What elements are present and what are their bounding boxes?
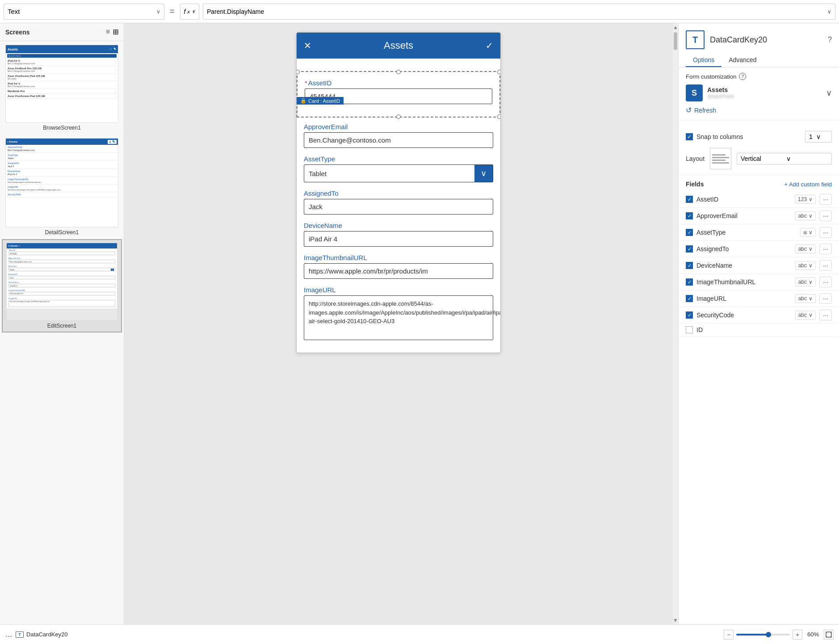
assettype-value: Tablet bbox=[304, 166, 474, 181]
handle-tr bbox=[497, 70, 501, 74]
tab-advanced[interactable]: Advanced bbox=[722, 53, 763, 67]
refresh-row[interactable]: ↺ Refresh bbox=[686, 106, 832, 114]
formula-bar[interactable]: ∨ bbox=[203, 4, 835, 20]
formula-chevron[interactable]: ∨ bbox=[827, 8, 831, 15]
browse-screen-label: BrowseScreen1 bbox=[5, 125, 118, 131]
zoom-slider[interactable] bbox=[736, 634, 790, 636]
canvas-scrollbar[interactable]: ▲ ▼ bbox=[673, 23, 678, 624]
snap-layout-section: ✓ Snap to columns 1 ∨ Layout Vertical bbox=[679, 120, 839, 175]
property-chevron[interactable]: ∨ bbox=[156, 8, 160, 15]
grid-view-icon[interactable]: ⊞ bbox=[113, 28, 118, 36]
field-row-imagethumbnailurl: ✓ ImageThumbnailURL abc ∨ ··· bbox=[679, 274, 839, 290]
devicename-checkbox[interactable]: ✓ bbox=[686, 262, 693, 269]
zoom-controls: − + 60% bbox=[724, 630, 834, 640]
assignedto-checkbox[interactable]: ✓ bbox=[686, 245, 693, 253]
securitycode-type-label: abc bbox=[798, 312, 807, 318]
imageurl-checkbox[interactable]: ✓ bbox=[686, 295, 693, 302]
layout-dropdown[interactable]: Vertical ∨ bbox=[737, 153, 832, 164]
checkbox-check-icon: ✓ bbox=[688, 213, 692, 219]
lock-icon: 🔒 bbox=[300, 98, 306, 104]
dropdown-chevron-icon[interactable]: ∨ bbox=[474, 165, 493, 182]
securitycode-more-button[interactable]: ··· bbox=[819, 310, 832, 320]
approveremail-more-button[interactable]: ··· bbox=[819, 210, 832, 221]
assettype-type-dropdown[interactable]: ⊞ ∨ bbox=[800, 228, 816, 237]
assignedto-type-chevron: ∨ bbox=[809, 246, 813, 252]
assetid-checkbox[interactable]: ✓ bbox=[686, 196, 693, 203]
card-label-text: Card : AssetID bbox=[308, 98, 340, 104]
imageurl-textarea[interactable]: http://store.storeimages.cdn-apple.com/8… bbox=[304, 295, 493, 340]
fields-title: Fields bbox=[686, 181, 784, 188]
assettype-label: AssetType bbox=[304, 155, 493, 163]
refresh-icon: ↺ bbox=[686, 106, 692, 114]
assignedto-type-dropdown[interactable]: abc ∨ bbox=[795, 244, 816, 253]
formula-input[interactable] bbox=[207, 8, 827, 15]
imagethumbnail-input[interactable]: https://www.apple.com/br/pr/products/im bbox=[304, 263, 493, 279]
imageurl-more-button[interactable]: ··· bbox=[819, 293, 832, 304]
close-button[interactable]: ✕ bbox=[304, 40, 311, 51]
datasource-chevron-icon[interactable]: ∨ bbox=[826, 88, 832, 98]
top-toolbar: Text ∨ = fx ∨ ∨ bbox=[0, 0, 839, 23]
assettype-type-icon: ⊞ bbox=[803, 230, 807, 235]
id-checkbox[interactable]: ✓ bbox=[686, 326, 693, 333]
devicename-input[interactable]: iPad Air 4 bbox=[304, 231, 493, 247]
zoom-plus-button[interactable]: + bbox=[793, 630, 802, 640]
assetid-type-dropdown[interactable]: 123 ∨ bbox=[795, 195, 816, 204]
thumb1-header: Assets ○ ✎ bbox=[6, 45, 118, 53]
form-help-icon[interactable]: ? bbox=[739, 73, 746, 80]
assetid-label: AssetID bbox=[305, 79, 492, 87]
assettype-more-button[interactable]: ··· bbox=[819, 227, 832, 238]
fx-label: f bbox=[184, 8, 186, 15]
assetid-type-label: 123 bbox=[798, 196, 807, 202]
approveremail-checkbox[interactable]: ✓ bbox=[686, 212, 693, 219]
devicename-type-dropdown[interactable]: abc ∨ bbox=[795, 261, 816, 270]
form-field-devicename: DeviceName iPad Air 4 bbox=[304, 222, 493, 247]
snap-checkbox[interactable]: ✓ bbox=[686, 133, 693, 140]
assignedto-more-button[interactable]: ··· bbox=[819, 244, 832, 254]
zoom-minus-button[interactable]: − bbox=[724, 630, 734, 640]
selected-card-assetid[interactable]: AssetID 4545444 bbox=[297, 71, 500, 118]
checkbox-check-icon: ✓ bbox=[688, 263, 692, 269]
imagethumbnailurl-type-dropdown[interactable]: abc ∨ bbox=[795, 278, 816, 286]
tab-options[interactable]: Options bbox=[686, 53, 722, 67]
add-custom-field-button[interactable]: + Add custom field bbox=[784, 181, 832, 188]
fit-to-screen-button[interactable] bbox=[824, 630, 834, 640]
scroll-up-icon[interactable]: ▲ bbox=[673, 24, 678, 30]
securitycode-checkbox[interactable]: ✓ bbox=[686, 311, 693, 319]
approveremail-input[interactable]: Ben.Change@contoso.com bbox=[304, 132, 493, 148]
assignedto-input[interactable]: Jack bbox=[304, 199, 493, 215]
imagethumbnailurl-more-button[interactable]: ··· bbox=[819, 277, 832, 287]
form-field-assettype: AssetType Tablet ∨ bbox=[304, 155, 493, 182]
phone-header: ✕ Assets ✓ bbox=[297, 33, 500, 59]
edit-thumbnail: ✕ Assets ✓ *AssetID 4545444 ApproverEmai… bbox=[6, 243, 117, 321]
approveremail-type-label: abc bbox=[798, 213, 807, 219]
sidebar-item-edit[interactable]: ✕ Assets ✓ *AssetID 4545444 ApproverEmai… bbox=[2, 239, 122, 333]
securitycode-type-dropdown[interactable]: abc ∨ bbox=[795, 311, 816, 320]
assetid-more-button[interactable]: ··· bbox=[819, 194, 832, 205]
sidebar-item-detail[interactable]: ‹ Assets 1 ✎ ApproverEmail Ben.Change@co… bbox=[0, 135, 124, 239]
sidebar-item-browse[interactable]: Assets ○ ✎ Search Items iPad Air 2 Ben.C… bbox=[0, 41, 124, 135]
assettype-checkbox[interactable]: ✓ bbox=[686, 229, 693, 236]
screen-type-icon: T bbox=[16, 631, 24, 638]
zoom-slider-thumb[interactable] bbox=[766, 632, 771, 637]
list-view-icon[interactable]: ≡ bbox=[106, 28, 110, 36]
form-field-assignedto: AssignedTo Jack bbox=[304, 189, 493, 215]
devicename-field-name: DeviceName bbox=[696, 262, 792, 269]
property-label: Text bbox=[8, 8, 153, 15]
devicename-more-button[interactable]: ··· bbox=[819, 260, 832, 271]
columns-dropdown[interactable]: 1 ∨ bbox=[805, 131, 832, 143]
fx-button[interactable]: fx ∨ bbox=[180, 4, 199, 20]
approveremail-type-dropdown[interactable]: abc ∨ bbox=[795, 211, 816, 220]
scroll-down-icon[interactable]: ▼ bbox=[673, 617, 678, 623]
devicename-label: DeviceName bbox=[304, 222, 493, 229]
property-dropdown[interactable]: Text ∨ bbox=[4, 4, 164, 20]
card-label: 🔒 Card : AssetID bbox=[297, 97, 344, 105]
checkbox-check-icon: ✓ bbox=[688, 312, 692, 318]
help-icon[interactable]: ? bbox=[828, 36, 832, 44]
scroll-thumb[interactable] bbox=[674, 32, 677, 50]
more-options-button[interactable]: ... bbox=[5, 630, 12, 639]
assettype-dropdown[interactable]: Tablet ∨ bbox=[304, 164, 493, 182]
confirm-button[interactable]: ✓ bbox=[486, 40, 493, 51]
devicename-type-label: abc bbox=[798, 262, 807, 269]
imageurl-type-dropdown[interactable]: abc ∨ bbox=[795, 294, 816, 303]
imagethumbnailurl-checkbox[interactable]: ✓ bbox=[686, 278, 693, 286]
